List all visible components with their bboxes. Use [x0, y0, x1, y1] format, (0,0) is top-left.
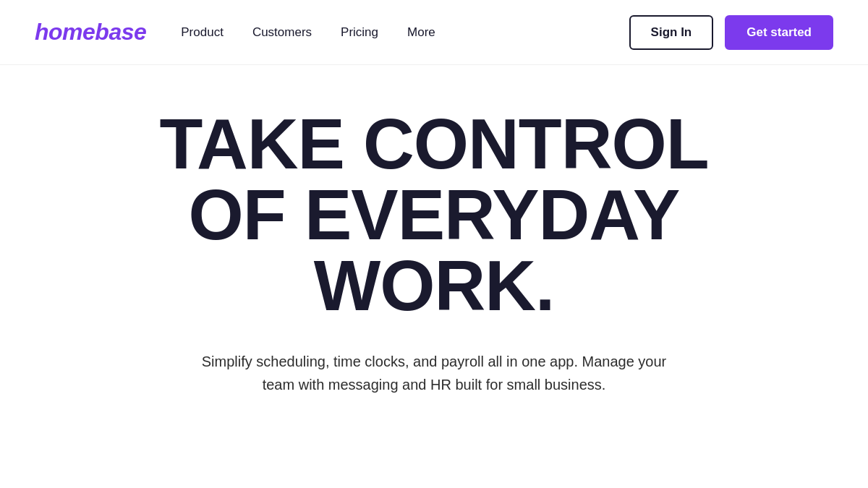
nav-actions: Sign In Get started: [629, 15, 833, 50]
get-started-button[interactable]: Get started: [725, 15, 833, 50]
hero-section: TAKE CONTROL OF EVERYDAY WORK. Simplify …: [0, 65, 868, 425]
nav-link-customers[interactable]: Customers: [252, 25, 312, 40]
hero-title: TAKE CONTROL OF EVERYDAY WORK.: [109, 108, 760, 321]
nav-links: Product Customers Pricing More: [181, 25, 629, 40]
nav-link-pricing[interactable]: Pricing: [341, 25, 378, 40]
navbar: homebase Product Customers Pricing More …: [0, 0, 868, 65]
sign-in-button[interactable]: Sign In: [629, 15, 714, 50]
nav-link-product[interactable]: Product: [181, 25, 224, 40]
hero-subtitle: Simplify scheduling, time clocks, and pa…: [195, 350, 673, 396]
nav-link-more[interactable]: More: [407, 25, 435, 40]
logo[interactable]: homebase: [35, 19, 146, 46]
